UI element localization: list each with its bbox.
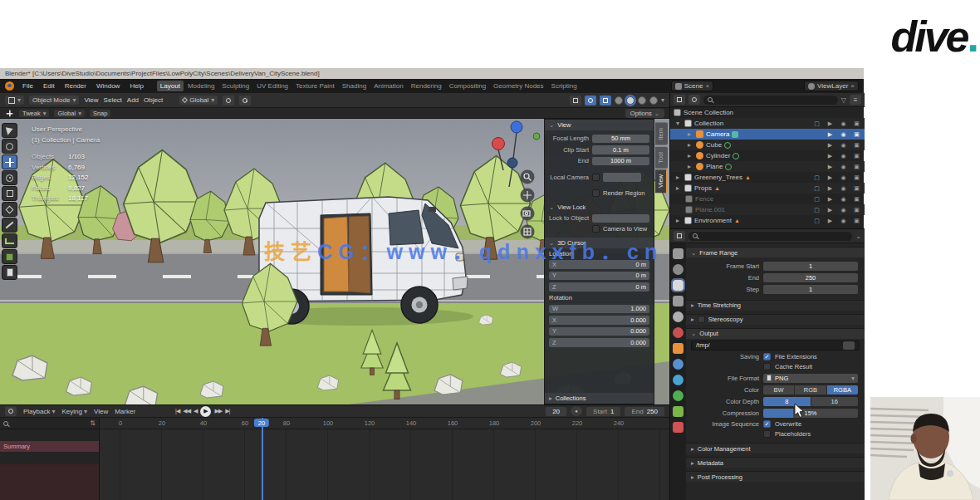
tab-constraints[interactable] <box>673 406 684 417</box>
selectable-toggle[interactable]: ▶ <box>825 185 835 192</box>
expand-icon[interactable]: ▸ <box>674 184 682 192</box>
hide-toggle[interactable]: ◉ <box>838 218 849 224</box>
lock-to-object-field[interactable] <box>592 214 649 223</box>
hide-toggle[interactable]: ◉ <box>838 174 849 181</box>
collections-panel-header[interactable]: ▸Collections <box>545 393 654 404</box>
active-tool-dropdown[interactable]: Tweak▾ <box>19 110 49 117</box>
color-rgba-button[interactable]: RGBA <box>827 385 858 395</box>
time-stretching-panel-header[interactable]: ▸Time Stretching <box>686 300 865 311</box>
folder-browse-icon[interactable] <box>843 341 855 350</box>
x-icon[interactable]: × <box>705 82 709 90</box>
editor-type-button[interactable]: ▾ <box>5 96 24 105</box>
workspace-tab-shading[interactable]: Shading <box>339 81 370 91</box>
cursor-rot-w[interactable]: W1.000 <box>549 305 649 314</box>
outliner-search-input[interactable] <box>703 96 838 105</box>
local-camera-field[interactable] <box>603 173 641 182</box>
exclude-toggle[interactable]: ▢ <box>811 196 822 203</box>
playhead-line[interactable] <box>262 418 263 500</box>
tab-physics[interactable] <box>673 375 684 385</box>
next-keyframe-button[interactable]: ▶▶ <box>214 408 222 414</box>
selectable-toggle[interactable]: ▶ <box>825 174 835 181</box>
stereoscopy-checkbox[interactable] <box>698 316 705 323</box>
overlays-toggle[interactable] <box>585 96 596 105</box>
expand-icon[interactable]: ▸ <box>685 141 693 149</box>
options-button[interactable]: Options⌄ <box>625 109 664 118</box>
workspace-tab-uv-editing[interactable]: UV Editing <box>253 81 292 91</box>
render-toggle[interactable]: ▣ <box>851 174 862 181</box>
exclude-toggle[interactable]: ▢ <box>811 218 822 224</box>
tool-select-box[interactable] <box>2 123 17 138</box>
hide-toggle[interactable]: ◉ <box>838 207 849 213</box>
render-toggle[interactable]: ▣ <box>851 131 862 138</box>
render-toggle[interactable]: ▣ <box>851 218 862 224</box>
selectable-toggle[interactable]: ▶ <box>825 164 835 170</box>
filter-icon[interactable]: ▽ <box>841 96 846 104</box>
play-button[interactable]: ▶ <box>200 406 211 417</box>
frame-step-field[interactable]: 1 <box>763 285 858 294</box>
compression-slider[interactable]: 15% <box>763 409 858 418</box>
outliner-row-environment[interactable]: ▸ Environment ▲ ▢ ▶ ◉ ▣ <box>670 215 865 226</box>
snap-magnet-toggle[interactable] <box>223 96 234 105</box>
stereoscopy-panel-header[interactable]: ▸Stereoscopy <box>686 314 865 325</box>
timeline-editor-type-button[interactable] <box>5 406 17 416</box>
expand-icon[interactable]: ▸ <box>674 217 682 224</box>
workspace-tab-layout[interactable]: Layout <box>157 81 184 91</box>
viewport-menu-object[interactable]: Object <box>144 96 163 104</box>
frame-range-panel-header[interactable]: ⌄Frame Range <box>686 247 865 257</box>
post-processing-panel-header[interactable]: ▸Post Processing <box>686 471 865 482</box>
frame-end-field[interactable]: 250 <box>763 273 858 282</box>
exclude-toggle[interactable]: ▢ <box>811 120 822 127</box>
clip-end-field[interactable]: 1000 m <box>592 157 649 166</box>
expand-icon[interactable]: ▸ <box>674 174 682 181</box>
shading-dropdown-icon[interactable]: ▾ <box>661 96 664 104</box>
outliner-row-props[interactable]: ▸ Props ▲ ▢ ▶ ◉ ▣ <box>670 183 865 194</box>
render-toggle[interactable]: ▣ <box>851 185 862 192</box>
xray-toggle[interactable] <box>600 96 611 105</box>
workspace-tab-sculpting[interactable]: Sculpting <box>218 81 252 91</box>
blender-logo-icon[interactable] <box>5 81 14 91</box>
exclude-toggle[interactable]: ▢ <box>811 174 822 181</box>
jump-to-start-button[interactable]: |◀ <box>175 408 179 414</box>
color-management-panel-header[interactable]: ▸Color Management <box>686 443 865 453</box>
cursor-panel-header[interactable]: ⌄3D Cursor <box>545 238 654 248</box>
hide-toggle[interactable]: ◉ <box>838 142 849 149</box>
placeholders-checkbox[interactable] <box>763 430 771 438</box>
outliner-row-greenery[interactable]: ▸ Greenery_Trees ▲ ▢ ▶ ◉ ▣ <box>670 172 865 183</box>
hide-toggle[interactable]: ◉ <box>838 153 849 159</box>
tab-render[interactable] <box>673 264 684 275</box>
render-toggle[interactable]: ▣ <box>851 196 862 203</box>
render-toggle[interactable]: ▣ <box>851 164 862 170</box>
tool-extra[interactable] <box>2 265 17 280</box>
menu-help[interactable]: Help <box>128 82 145 90</box>
view-layer-selector[interactable]: ViewLayer× <box>804 81 859 91</box>
metadata-panel-header[interactable]: ▸Metadata <box>686 457 865 468</box>
timeline-search-input[interactable]: ⇅ <box>0 418 99 429</box>
selectable-toggle[interactable]: ▶ <box>825 153 835 159</box>
outliner-display-mode-button[interactable] <box>688 95 700 105</box>
menu-edit[interactable]: Edit <box>42 82 56 90</box>
shading-wireframe-button[interactable] <box>615 96 623 105</box>
workspace-tab-geometry-nodes[interactable]: Geometry Nodes <box>490 81 546 91</box>
cursor-loc-x[interactable]: X0 m <box>549 260 649 269</box>
tool-transform[interactable] <box>2 202 17 217</box>
scene-selector[interactable]: Scene× <box>671 81 713 91</box>
workspace-tab-texture-paint[interactable]: Texture Paint <box>292 81 338 91</box>
selectable-toggle[interactable]: ▶ <box>825 207 835 213</box>
outliner-row-collection[interactable]: ▾ Collection ▢ ▶ ◉ ▣ <box>670 118 865 129</box>
tab-output[interactable] <box>673 280 684 291</box>
outliner-row-fence[interactable]: Fence ▢ ▶ ◉ ▣ <box>670 194 865 204</box>
menu-window[interactable]: Window <box>95 82 121 90</box>
render-region-checkbox[interactable] <box>592 189 600 197</box>
playback-menu[interactable]: Playback▾ <box>23 408 55 415</box>
selectable-toggle[interactable]: ▶ <box>825 142 835 149</box>
hide-toggle[interactable]: ◉ <box>838 196 849 203</box>
frame-start-field[interactable]: Start1 <box>586 407 620 416</box>
outliner-options-button[interactable]: ≡ <box>850 95 861 105</box>
play-reverse-button[interactable]: ◀ <box>194 408 197 414</box>
tab-modifiers[interactable] <box>673 359 684 370</box>
mode-dropdown[interactable]: Object Mode▾ <box>29 96 79 105</box>
shading-rendered-button[interactable] <box>649 96 658 105</box>
frame-end-field[interactable]: End250 <box>625 407 664 416</box>
tool-measure[interactable] <box>2 233 17 248</box>
view-lock-subpanel-header[interactable]: ⌄View Lock <box>545 202 654 213</box>
